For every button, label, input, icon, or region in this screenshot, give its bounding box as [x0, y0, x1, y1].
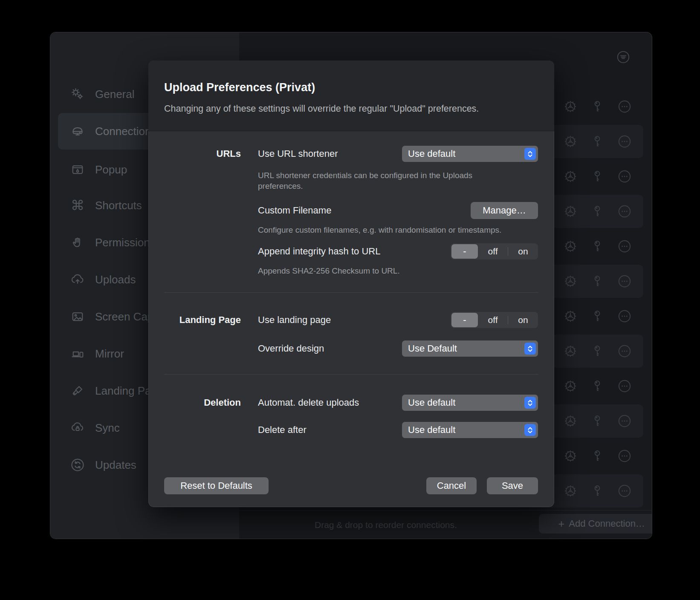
- connection-settings-gear-icon[interactable]: [563, 483, 578, 499]
- connection-settings-gear-icon[interactable]: [563, 309, 578, 324]
- connection-settings-gear-icon[interactable]: [563, 239, 578, 254]
- reset-button-label: Reset to Defaults: [180, 480, 252, 491]
- integrity-hash-help: Appends SHA2-256 Checksum to URL.: [258, 265, 522, 276]
- segment-off[interactable]: off: [478, 315, 508, 325]
- connection-more-icon[interactable]: [617, 309, 632, 324]
- manage-button[interactable]: Manage…: [471, 202, 538, 219]
- connection-more-icon[interactable]: [617, 413, 632, 429]
- override-design-value: Use Default: [408, 343, 524, 354]
- sidebar-item-label: Updates: [95, 459, 136, 472]
- cancel-button-label: Cancel: [437, 480, 466, 491]
- connection-key-icon[interactable]: [590, 448, 605, 464]
- connection-settings-gear-icon[interactable]: [563, 274, 578, 289]
- sidebar-item-label: Uploads: [95, 273, 136, 286]
- connection-key-icon[interactable]: [590, 239, 605, 254]
- stepper-icon: [524, 397, 536, 409]
- shortener-dropdown[interactable]: Use default: [402, 146, 538, 162]
- connection-more-icon[interactable]: [617, 134, 632, 149]
- reset-to-defaults-button[interactable]: Reset to Defaults: [164, 477, 269, 494]
- cloud-lock-icon: [70, 420, 85, 436]
- connection-settings-gear-icon[interactable]: [563, 413, 578, 429]
- connection-more-icon[interactable]: [617, 343, 632, 359]
- stepper-icon: [524, 148, 536, 160]
- command-icon: ⌘: [70, 198, 85, 213]
- connection-key-icon[interactable]: [590, 169, 605, 184]
- sidebar-item-label: Permissions: [95, 236, 156, 249]
- shortener-value: Use default: [408, 148, 524, 159]
- manage-button-label: Manage…: [483, 205, 526, 216]
- section-divider: [164, 374, 538, 375]
- segment-mixed[interactable]: -: [451, 313, 478, 327]
- plus-icon: +: [558, 517, 564, 531]
- connection-key-icon[interactable]: [590, 378, 605, 394]
- custom-filename-label: Custom Filename: [258, 202, 331, 219]
- stepper-icon: [524, 424, 536, 436]
- connection-settings-gear-icon[interactable]: [563, 378, 578, 394]
- landing-page-segmented-control: - off on: [451, 312, 538, 328]
- dialog-title: Upload Preferences (Privat): [164, 81, 315, 94]
- add-connection-label: Add Connection…: [569, 518, 645, 529]
- connection-key-icon[interactable]: [590, 99, 605, 114]
- connection-key-icon[interactable]: [590, 413, 605, 429]
- sidebar-item-label: Shortcuts: [95, 199, 142, 212]
- connection-settings-gear-icon[interactable]: [563, 169, 578, 184]
- section-label-landing-page: Landing Page: [157, 312, 241, 328]
- connection-key-icon[interactable]: [590, 483, 605, 499]
- connection-more-icon[interactable]: [617, 483, 632, 499]
- section-label-deletion: Deletion: [157, 395, 241, 411]
- section-divider: [164, 292, 538, 293]
- connection-key-icon[interactable]: [590, 274, 605, 289]
- connection-more-icon[interactable]: [617, 204, 632, 219]
- custom-filename-help: Configure custom filenames, e.g. with ra…: [258, 225, 522, 235]
- update-arrows-icon: [70, 457, 85, 473]
- sidebar-item-label: Popup: [95, 163, 127, 176]
- auto-delete-value: Use default: [408, 397, 524, 408]
- dialog-header: Upload Preferences (Privat) Changing any…: [148, 61, 554, 131]
- connection-settings-gear-icon[interactable]: [563, 448, 578, 464]
- auto-delete-dropdown[interactable]: Use default: [402, 395, 538, 411]
- connection-more-icon[interactable]: [617, 169, 632, 184]
- hand-icon: [70, 235, 85, 250]
- segment-on[interactable]: on: [508, 315, 538, 325]
- delete-after-value: Use default: [408, 424, 524, 436]
- connection-more-icon[interactable]: [617, 378, 632, 394]
- connection-settings-gear-icon[interactable]: [563, 99, 578, 114]
- save-button[interactable]: Save: [487, 477, 538, 494]
- connection-more-icon[interactable]: [617, 448, 632, 464]
- connection-more-icon[interactable]: [617, 274, 632, 289]
- connection-key-icon[interactable]: [590, 204, 605, 219]
- delete-after-label: Delete after: [258, 422, 307, 438]
- add-connection-button[interactable]: + Add Connection…: [539, 514, 652, 534]
- dialog-subtitle: Changing any of these settings will over…: [164, 104, 479, 114]
- drive-icon: [70, 124, 85, 139]
- list-footer: Drag & drop to reorder connections. + Ad…: [239, 510, 652, 539]
- connection-settings-gear-icon[interactable]: [563, 134, 578, 149]
- sidebar-item-label: Sync: [95, 421, 120, 435]
- connection-more-icon[interactable]: [617, 99, 632, 114]
- filter-list-icon[interactable]: [617, 51, 630, 63]
- connection-settings-gear-icon[interactable]: [563, 343, 578, 359]
- auto-delete-label: Automat. delete uploads: [258, 395, 359, 411]
- sidebar-item-label: Mirror: [95, 347, 124, 361]
- connection-key-icon[interactable]: [590, 134, 605, 149]
- connection-more-icon[interactable]: [617, 239, 632, 254]
- sidebar-item-label: General: [95, 88, 135, 101]
- screen: Connections General: [0, 0, 700, 600]
- cancel-button[interactable]: Cancel: [426, 477, 477, 494]
- segment-off[interactable]: off: [478, 246, 508, 257]
- paintbrush-icon: [70, 383, 85, 398]
- segment-mixed[interactable]: -: [451, 244, 478, 259]
- save-button-label: Save: [502, 480, 523, 491]
- shortener-label: Use URL shortener: [258, 146, 338, 162]
- connection-key-icon[interactable]: [590, 309, 605, 324]
- override-design-dropdown[interactable]: Use Default: [402, 340, 538, 357]
- connection-settings-gear-icon[interactable]: [563, 204, 578, 219]
- use-landing-page-label: Use landing page: [258, 312, 331, 328]
- shortener-help: URL shortener credentials can be configu…: [258, 170, 501, 191]
- segment-on[interactable]: on: [508, 246, 538, 257]
- gears-icon: [70, 87, 85, 102]
- connection-key-icon[interactable]: [590, 343, 605, 359]
- integrity-hash-label: Append integrity hash to URL: [258, 243, 380, 260]
- delete-after-dropdown[interactable]: Use default: [402, 422, 538, 438]
- sidebar-item-label: Connections: [95, 125, 157, 138]
